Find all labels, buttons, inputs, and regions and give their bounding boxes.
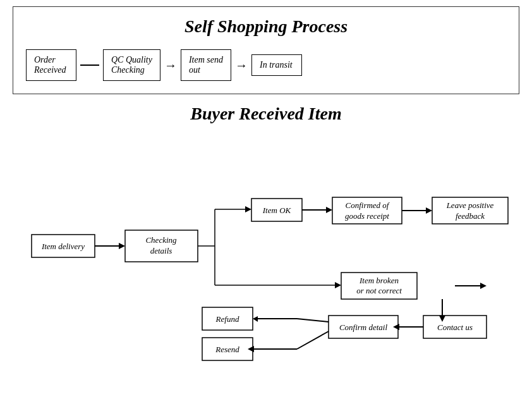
arrowhead1 <box>119 243 125 249</box>
box-confirmed-text1: Confirmed of <box>346 200 390 210</box>
arrowhead-confirmed <box>326 207 332 213</box>
main-container: Self Shopping Process OrderReceived QC Q… <box>0 0 532 399</box>
box-order-received: OrderReceived <box>26 49 76 81</box>
section1-flow: OrderReceived QC QualityChecking → Item … <box>26 49 506 81</box>
section1: Self Shopping Process OrderReceived QC Q… <box>13 6 519 94</box>
arrow-confirm-refund <box>297 319 329 322</box>
box-refund-text: Refund <box>215 314 239 324</box>
box-confirmed-text2: goods receipt <box>345 211 389 221</box>
box-itemok-text: Item OK <box>262 206 292 215</box>
section2-title: Buyer Received Item <box>25 104 507 124</box>
section1-title: Self Shopping Process <box>26 16 506 37</box>
buyer-flow-diagram: .box-text { font-family: Georgia, serif;… <box>25 137 531 364</box>
arrowhead-itemok <box>245 206 251 212</box>
box-qc-checking: QC QualityChecking <box>103 49 160 81</box>
box-leave-text1: Leave positive <box>446 200 494 210</box>
box-broken-text2: or not correct <box>356 286 402 295</box>
box-item-delivery-text: Item delivery <box>41 242 85 251</box>
arrowhead-contact <box>480 283 487 289</box>
box-broken-text1: Item broken <box>359 276 399 285</box>
box-resend-text: Resend <box>215 345 239 354</box>
arrow-confirm-resend <box>297 331 329 349</box>
box-leave-text2: feedback <box>456 211 485 221</box>
box-checking-text1: Checking <box>145 235 177 245</box>
line1 <box>80 64 99 66</box>
box-checking-text2: details <box>150 246 172 255</box>
section2: Buyer Received Item .box-text { font-fam… <box>13 101 519 371</box>
arrow2: → <box>235 58 248 73</box>
box-in-transit: In transit <box>251 54 302 76</box>
arrowhead-broken <box>335 282 341 288</box>
box-contact-text: Contact us <box>437 322 473 332</box>
arrowhead-leave <box>426 207 432 214</box>
box-item-send-out: Item sendout <box>181 49 231 81</box>
arrow1: → <box>164 58 177 73</box>
box-confirm-text: Confirm detail <box>339 322 388 332</box>
